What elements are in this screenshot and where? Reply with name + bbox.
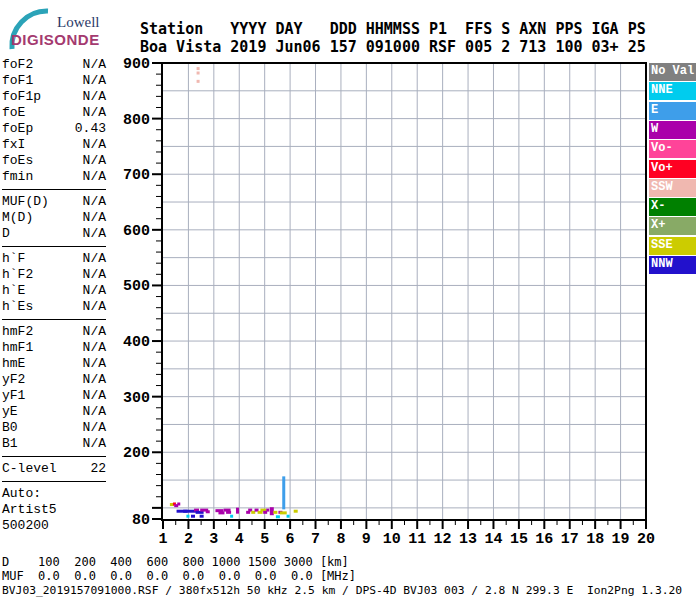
x-axis-label: 16 (535, 531, 553, 548)
echo-mark (186, 515, 189, 518)
grid-lines (163, 63, 646, 519)
legend-item-e: E (649, 102, 696, 120)
axis-ticks (152, 63, 646, 529)
echo-mark (177, 502, 180, 505)
distance-row: D 100 200 400 600 800 1000 1500 3000 [km… (2, 555, 349, 569)
legend-item-vo-: Vo- (649, 140, 696, 158)
legend-item-x+: X+ (649, 217, 696, 235)
x-axis-label: 8 (336, 531, 345, 548)
echo-mark (287, 515, 290, 518)
x-axis-label: 9 (362, 531, 371, 548)
echo-mark (226, 511, 231, 514)
x-axis-label: 12 (434, 531, 452, 548)
x-axis-label: 15 (510, 531, 528, 548)
echo-mark (282, 476, 285, 509)
axis-left (161, 62, 163, 521)
muf-row: MUF 0.0 0.0 0.0 0.0 0.0 0.0 0.0 0.0 [MHz… (2, 569, 356, 583)
y-axis-label: 600 (123, 223, 150, 240)
echo-mark (197, 72, 200, 75)
x-axis-label: 3 (209, 531, 218, 548)
y-axis-label: 500 (123, 278, 150, 295)
x-axis-label: 6 (286, 531, 295, 548)
legend-item-noval: No Val (649, 63, 696, 81)
x-axis-label: 17 (561, 531, 579, 548)
x-axis-label: 13 (459, 531, 477, 548)
echo-points (170, 67, 298, 518)
x-axis-label: 14 (484, 531, 502, 548)
echo-mark (197, 80, 200, 83)
legend-item-nnw: NNW (649, 256, 696, 274)
y-axis-label: 700 (123, 167, 150, 184)
x-axis-label: 5 (260, 531, 269, 548)
x-axis-label: 10 (383, 531, 401, 548)
legend-item-nne: NNE (649, 82, 696, 100)
echo-mark (280, 511, 287, 514)
ionogram-page: Lowell DIGISONDE Station YYYY DAY DDD HH… (0, 0, 700, 600)
ionogram-chart: 9008007006005004003002008012345678910111… (0, 0, 700, 600)
legend-item-ssw: SSW (649, 179, 696, 197)
echo-mark (294, 510, 298, 513)
footer-info: BVJ03_2019157091000.RSF / 380fx512h 50 k… (2, 584, 682, 597)
legend-item-sse: SSE (649, 237, 696, 255)
echo-mark (206, 510, 210, 513)
x-axis-label: 19 (612, 531, 630, 548)
y-axis-label: 800 (123, 112, 150, 129)
echo-mark (218, 511, 224, 514)
echo-mark (276, 515, 280, 518)
y-axis-label: 300 (123, 390, 150, 407)
x-axis-label: 7 (311, 531, 320, 548)
y-axis-label: 200 (123, 445, 150, 462)
x-axis-label: 11 (408, 531, 426, 548)
x-axis-label: 20 (637, 531, 655, 548)
echo-mark (230, 515, 233, 518)
axis-bottom (161, 519, 647, 521)
x-axis-label: 2 (184, 531, 193, 548)
x-axis-label: 4 (235, 531, 244, 548)
y-axis-label: 80 (132, 512, 150, 529)
legend-item-vo+: Vo+ (649, 160, 696, 178)
axis-top (161, 62, 647, 64)
axis-right (645, 62, 647, 521)
legend-item-x-: X- (649, 198, 696, 216)
echo-mark (266, 509, 269, 512)
y-axis-label: 400 (123, 334, 150, 351)
axis-labels: 9008007006005004003002008012345678910111… (123, 56, 655, 548)
legend-item-w: W (649, 121, 696, 139)
x-axis-label: 18 (586, 531, 604, 548)
echo-mark (197, 67, 200, 70)
x-axis-label: 1 (158, 531, 167, 548)
echo-mark (273, 511, 277, 514)
y-axis-label: 900 (123, 56, 150, 73)
echo-mark (236, 508, 239, 514)
echo-mark (270, 507, 274, 515)
echo-mark (200, 515, 204, 518)
echo-mark (191, 515, 195, 518)
